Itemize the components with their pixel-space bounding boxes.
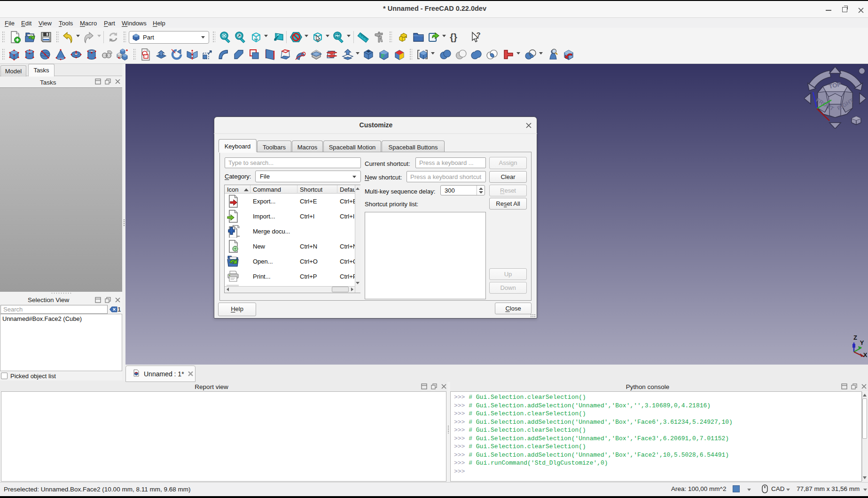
svg-text:Z: Z xyxy=(853,334,857,341)
svg-text:?: ? xyxy=(476,31,480,39)
svg-text:X: X xyxy=(863,351,868,358)
svg-text:{}: {} xyxy=(450,32,457,42)
svg-text:Y: Y xyxy=(860,339,864,346)
svg-text:F: F xyxy=(381,53,385,60)
